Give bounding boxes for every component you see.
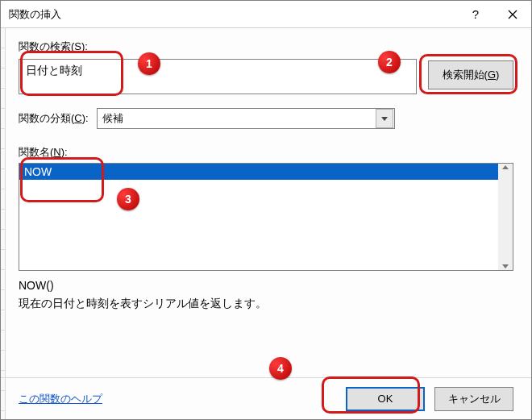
dialog-title: 関数の挿入 [9,7,457,22]
search-start-button[interactable]: 検索開始(G) [428,60,513,89]
function-help-link[interactable]: この関数のヘルプ [19,392,102,406]
function-list[interactable]: NOW [19,163,513,271]
insert-function-dialog: 関数の挿入 ? 関数の検索(S): 検索開始(G) 関数の分類(C): 候補 [0,0,532,420]
chevron-up-icon[interactable] [502,165,509,169]
help-icon[interactable]: ? [457,1,494,28]
search-input[interactable] [19,59,417,94]
category-label: 関数の分類(C): [19,111,89,126]
chevron-down-icon[interactable] [502,264,509,268]
dialog-body: 関数の検索(S): 検索開始(G) 関数の分類(C): 候補 関数名(N): [1,28,531,377]
category-select-value: 候補 [102,111,123,126]
search-label: 関数の検索(S): [19,40,513,54]
list-item[interactable]: NOW [19,164,498,180]
close-icon[interactable] [494,1,531,28]
category-select[interactable]: 候補 [97,108,395,129]
function-name-label: 関数名(N): [19,145,513,160]
scrollbar[interactable] [498,164,513,270]
titlebar: 関数の挿入 ? [1,1,531,28]
ok-button[interactable]: OK [346,387,425,411]
function-description: 現在の日付と時刻を表すシリアル値を返します。 [19,297,513,311]
chevron-down-icon [376,109,393,128]
function-signature: NOW() [19,279,513,292]
dialog-footer: この関数のヘルプ OK キャンセル [1,377,531,419]
cancel-button[interactable]: キャンセル [434,387,513,411]
